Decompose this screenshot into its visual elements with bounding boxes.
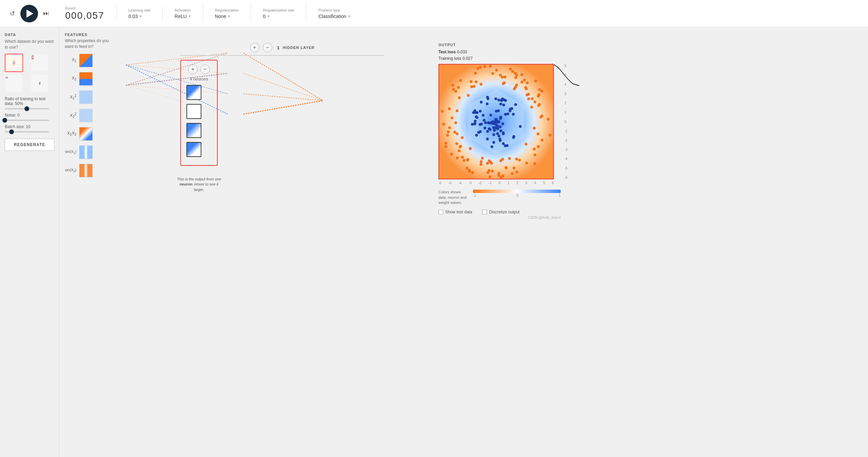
ratio-thumb[interactable]	[24, 106, 29, 111]
regularization-value: None	[215, 14, 226, 19]
reg-rate-select[interactable]: 0 ▾	[263, 14, 294, 19]
feature-x1: X1	[65, 54, 112, 67]
feature-node-x1[interactable]	[79, 54, 93, 67]
activation-value: ReLU	[175, 14, 187, 19]
checkboxes-row: Show test data Discretize output	[438, 210, 561, 214]
feature-x1x2: X1X2	[65, 127, 112, 141]
feature-x2sq-label: X22	[65, 112, 76, 119]
output-visualization[interactable]	[438, 64, 554, 179]
discretize-label: Discretize output	[489, 210, 519, 214]
feature-x1-label: X1	[65, 57, 76, 63]
feature-sinx1: sin(X1)	[65, 145, 112, 159]
dataset-grid	[5, 54, 54, 92]
neuron-node-3[interactable]	[186, 123, 201, 138]
batch-label: Batch size: 10	[5, 124, 54, 129]
dataset-spiral[interactable]	[31, 74, 49, 92]
output-title: OUTPUT	[438, 43, 561, 47]
learning-rate-group: Learning rate 0.03 ▾	[128, 8, 150, 19]
batch-thumb[interactable]	[9, 129, 14, 134]
epoch-section: Epoch 000,057	[65, 6, 104, 21]
hidden-layer-section: + − 1 HIDDEN LAYER + − 4 neurons	[180, 43, 384, 166]
feature-node-x1x2[interactable]	[79, 127, 93, 141]
noise-slider[interactable]	[5, 120, 49, 121]
feature-x2-label: X2	[65, 76, 76, 81]
features-column: FEATURES Which properties do you want to…	[65, 33, 112, 182]
chevron-down-icon: ▾	[348, 14, 350, 18]
show-test-label: Show test data	[445, 210, 472, 214]
neuron-node-2[interactable]	[186, 104, 201, 119]
feature-x1sq-label: X12	[65, 94, 76, 100]
remove-layer-button[interactable]: −	[263, 43, 272, 52]
noise-label: Noise: 0	[5, 113, 54, 118]
neuron-node-1[interactable]	[186, 85, 201, 100]
gradient-bar	[473, 190, 561, 193]
problem-type-label: Problem type	[318, 8, 350, 12]
main: DATA Which dataset do you want to use? R…	[0, 27, 868, 457]
learning-rate-select[interactable]: 0.03 ▾	[128, 14, 150, 19]
ratio-slider-row: Ratio of training to test data: 50%	[5, 96, 54, 109]
reg-rate-group: Regularization rate 0 ▾	[263, 8, 294, 19]
ratio-label: Ratio of training to test data: 50%	[5, 96, 54, 106]
layers-header: + − 1 HIDDEN LAYER	[180, 43, 384, 52]
ratio-slider[interactable]	[5, 108, 49, 109]
reset-button[interactable]: ↺	[7, 8, 18, 19]
feature-x2sq: X22	[65, 109, 112, 122]
feature-x1sq: X12	[65, 90, 112, 104]
feature-sinx2-label: sin(X2)	[65, 168, 76, 173]
divider	[251, 5, 251, 22]
feature-node-sinx2[interactable]	[79, 164, 93, 177]
axis-bottom-labels: -6 -5 -4 -3 -2 -1 0 1 2 3 4 5 6	[438, 181, 554, 185]
regularization-select[interactable]: None ▾	[215, 14, 239, 19]
batch-slider[interactable]	[5, 131, 49, 133]
step-button[interactable]: ⏭	[41, 8, 52, 19]
credit: CSDN @Andy_shen4	[438, 216, 561, 219]
chevron-down-icon: ▾	[268, 14, 269, 18]
test-loss-label: Test loss	[438, 50, 457, 54]
show-test-data-checkbox[interactable]: Show test data	[438, 210, 472, 214]
regularization-label: Regularization	[215, 8, 239, 12]
add-neuron-button[interactable]: +	[188, 65, 198, 74]
chevron-down-icon: ▾	[140, 14, 141, 18]
activation-select[interactable]: ReLU ▾	[175, 14, 191, 19]
reg-rate-value: 0	[263, 14, 266, 19]
layer-line	[180, 55, 384, 56]
batch-slider-row: Batch size: 10	[5, 124, 54, 133]
add-layer-button[interactable]: +	[250, 43, 259, 52]
axis-right-labels: 6 5 4 3 2 1 0 -1 -2 -3 -4 -5 -6	[564, 64, 567, 179]
dataset-spiral-canvas	[31, 75, 48, 92]
reg-rate-label: Regularization rate	[263, 8, 294, 12]
checkbox-box	[438, 210, 443, 214]
feature-x1x2-label: X1X2	[65, 131, 76, 136]
dataset-gauss-canvas	[5, 75, 22, 92]
neuron-node-4[interactable]	[186, 142, 201, 157]
neuron-controls: + −	[186, 65, 212, 74]
output-canvas	[439, 65, 553, 179]
dataset-circular[interactable]	[5, 54, 23, 72]
divider	[162, 5, 163, 22]
dataset-xor[interactable]	[31, 54, 49, 72]
gradient-labels: -1 0 1	[473, 194, 561, 197]
feature-node-x1sq[interactable]	[79, 90, 93, 104]
data-title: DATA	[5, 33, 54, 37]
dataset-gauss[interactable]	[5, 74, 23, 92]
gradient-bar-container: -1 0 1	[473, 190, 561, 197]
feature-node-sinx1[interactable]	[79, 145, 93, 159]
train-loss-label: Training loss	[438, 56, 463, 61]
output-column: OUTPUT Test loss 0.033 Training loss 0.0…	[432, 43, 561, 219]
legend-text: Colors shows data, neuron and weight val…	[438, 190, 469, 205]
data-subtitle: Which dataset do you want to use?	[5, 39, 54, 50]
play-button[interactable]	[20, 5, 38, 22]
regenerate-button[interactable]: REGENERATE	[5, 139, 54, 151]
feature-node-x2[interactable]	[79, 72, 93, 86]
feature-x2: X2	[65, 72, 112, 86]
problem-type-select[interactable]: Classification ▾	[318, 14, 350, 19]
layer-wrapper: + − 4 neurons This is the output from on…	[180, 60, 218, 166]
discretize-output-checkbox[interactable]: Discretize output	[482, 210, 519, 214]
noise-thumb[interactable]	[2, 118, 7, 123]
remove-neuron-button[interactable]: −	[200, 65, 210, 74]
learning-rate-label: Learning rate	[128, 8, 150, 12]
divider	[306, 5, 306, 22]
noise-slider-row: Noise: 0	[5, 113, 54, 121]
feature-node-x2sq[interactable]	[79, 109, 93, 122]
train-loss-value: 0.027	[463, 56, 473, 61]
